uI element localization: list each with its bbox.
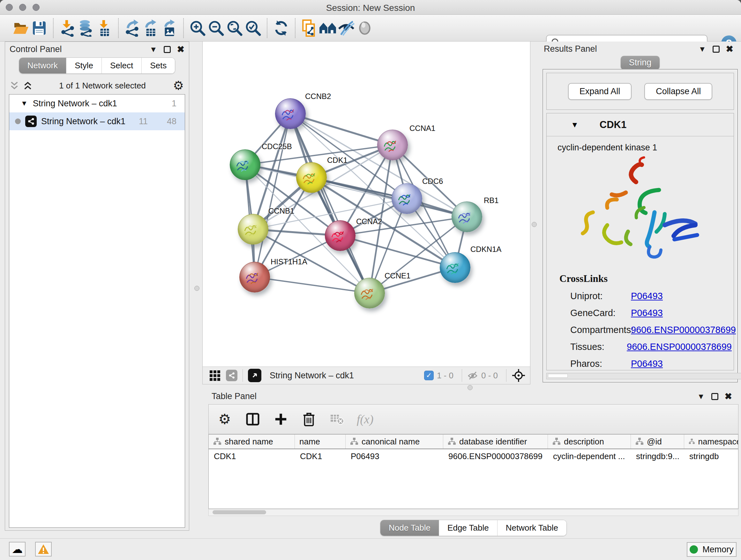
collapse-protein-icon[interactable]: ▼ [571,120,579,129]
crosslink-link[interactable]: P06493 [631,308,663,318]
warnings-button[interactable] [35,542,52,557]
table-row[interactable]: CDK1CDK1P064939606.ENSP00000378699cyclin… [209,449,738,463]
expand-all-button[interactable]: Expand All [568,83,632,100]
tab-style[interactable]: Style [66,58,102,73]
float-panel-icon[interactable] [711,393,718,400]
edge-CDK1-RB1[interactable] [312,178,467,217]
selected-checkbox[interactable]: ✓ [424,371,434,380]
table-scrollbar-thumb[interactable] [212,510,266,514]
close-panel-icon[interactable]: ✖ [725,392,732,401]
open-session-button[interactable] [11,17,30,39]
birdseye-view-button[interactable] [210,370,220,381]
column-header-canonical-name[interactable]: canonical name [346,435,443,449]
column-header-name[interactable]: name [295,435,346,449]
crosslink-link[interactable]: P06493 [631,359,663,369]
expand-all-tree-icon[interactable] [23,81,32,90]
column-header-database-identifier[interactable]: database identifier [443,435,548,449]
network-options-gear-icon[interactable]: ⚙ [173,79,184,91]
table-cell[interactable]: stringdb [684,451,738,461]
delete-table-button[interactable] [328,410,346,428]
horizontal-splitter-handle[interactable] [468,385,473,390]
vertical-splitter-handle[interactable] [194,286,199,291]
float-panel-icon[interactable] [164,46,171,53]
collapse-all-tree-icon[interactable] [10,81,18,90]
network-canvas[interactable]: CCNB2CCNA1CDC25BCDK1CDC6RB1CCNB1CCNA2CDK… [203,42,531,367]
collection-expand-icon[interactable]: ▼ [21,99,28,108]
function-builder-button[interactable]: f(x) [356,410,374,428]
cloud-services-button[interactable]: ☁ [9,542,25,557]
network-row-selected[interactable]: String Network – cdk1 11 48 [9,112,185,130]
tab-network[interactable]: Network [19,58,66,73]
zoom-selected-button[interactable] [244,17,262,39]
close-panel-icon[interactable]: ✖ [177,45,185,54]
crosslink-link[interactable]: 9606.ENSP00000378699 [631,325,736,335]
network-collection-row[interactable]: ▼ String Network – cdk1 1 [9,95,185,112]
import-network-button[interactable] [58,17,77,39]
show-all-button[interactable] [355,17,374,39]
copy-network-button[interactable] [300,17,319,39]
import-table-button[interactable] [95,17,114,39]
collapse-all-button[interactable]: Collapse All [644,83,712,100]
memory-button[interactable]: Memory [687,542,737,557]
node-RB1[interactable] [452,201,482,232]
node-CCNB2[interactable] [275,98,306,129]
zoom-out-button[interactable] [207,17,225,39]
tab-node-table[interactable]: Node Table [381,520,439,536]
refresh-view-button[interactable] [272,17,290,39]
table-cell[interactable]: CDK1 [209,451,295,461]
save-session-button[interactable] [30,17,49,39]
zoom-in-button[interactable] [188,17,207,39]
export-image-button[interactable] [160,17,179,39]
zoom-fit-button[interactable] [225,17,244,39]
open-in-new-window-button[interactable] [248,369,261,382]
table-cell[interactable]: cyclin-dependent ... [548,451,631,461]
panel-menu-icon[interactable]: ▼ [150,46,157,53]
node-CCNA2[interactable] [325,220,355,251]
tab-string[interactable]: String [621,56,660,70]
table-horizontal-scrollbar[interactable] [208,509,738,516]
hide-selected-button[interactable] [337,17,355,39]
node-CCNB1[interactable] [238,214,268,245]
panel-menu-icon[interactable]: ▼ [697,393,705,400]
import-network-from-database-button[interactable] [77,17,95,39]
crosslink-link[interactable]: 9606.ENSP00000378699 [627,341,732,352]
column-header-namespace[interactable]: namespace [684,435,738,449]
tab-select[interactable]: Select [102,58,141,73]
edge-HIST1H1A-CCNE1[interactable] [255,277,369,293]
close-panel-icon[interactable]: ✖ [726,45,733,54]
node-CDK1[interactable] [296,162,327,193]
column-header-@id[interactable]: @id [631,435,684,449]
fit-selected-crosshair-button[interactable] [512,368,526,382]
tab-sets[interactable]: Sets [141,58,175,73]
results-scrollbar[interactable] [546,373,741,379]
tab-network-table[interactable]: Network Table [497,520,566,536]
float-panel-icon[interactable] [713,46,720,53]
crosslink-link[interactable]: P06493 [631,291,663,301]
table-cell[interactable]: P06493 [346,451,443,461]
protein-card-header[interactable]: ▼ CDK1 [547,113,734,136]
results-scrollbar-thumb[interactable] [548,374,568,378]
node-CDC25B[interactable] [230,149,260,180]
column-header-description[interactable]: description [548,435,631,449]
node-CDKN1A[interactable] [440,252,470,283]
panel-menu-icon[interactable]: ▼ [698,45,706,53]
delete-column-button[interactable] [300,410,318,428]
table-cell[interactable]: CDK1 [295,451,346,461]
vertical-splitter-handle[interactable] [532,222,537,227]
node-CCNE1[interactable] [354,278,385,308]
export-table-button[interactable] [142,17,160,39]
annotation-mode-button[interactable] [226,370,238,381]
node-CDC6[interactable] [392,183,422,214]
node-HIST1H1A[interactable] [239,262,270,293]
edge-CCNB2-CCNA1[interactable] [290,114,393,145]
table-options-gear-button[interactable]: ⚙ [216,410,233,428]
show-columns-button[interactable] [244,410,262,428]
first-neighbors-button[interactable] [319,17,337,39]
node-CCNA1[interactable] [377,130,408,160]
table-cell[interactable]: stringdb:9... [631,451,684,461]
column-header-shared-name[interactable]: shared name [209,435,295,449]
export-network-button[interactable] [123,17,142,39]
table-cell[interactable]: 9606.ENSP00000378699 [443,451,548,461]
tab-edge-table[interactable]: Edge Table [439,520,497,536]
add-column-button[interactable] [272,410,290,428]
